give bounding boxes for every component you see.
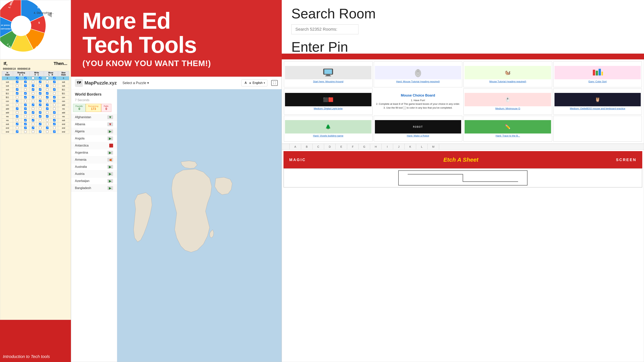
turing-checkbox[interactable] — [46, 96, 48, 98]
turing-checkbox[interactable] — [32, 130, 34, 133]
mouse-board-cell-mousing[interactable]: Start here: Mousing Around — [284, 61, 372, 87]
turing-checkbox[interactable] — [24, 88, 27, 91]
turing-checkbox[interactable] — [24, 130, 27, 133]
turing-checkbox[interactable] — [32, 123, 34, 125]
turing-checkbox[interactable] — [39, 104, 42, 106]
mouse-board-cell-trace[interactable]: ✏️ Hard: Trace to the B... — [464, 116, 552, 142]
turing-checkbox[interactable] — [53, 77, 56, 79]
turing-checkbox[interactable] — [53, 100, 56, 102]
mouse-board-cell-tutorial2[interactable]: 🐿️ Mouse Tutorial (reading required) — [464, 61, 552, 87]
list-item[interactable]: Bangladesh ▶ — [71, 185, 117, 192]
map-select-puzzle-button[interactable]: Select a Puzzle ▾ — [120, 80, 151, 86]
turing-checkbox[interactable] — [16, 111, 18, 114]
turing-checkbox[interactable] — [46, 111, 48, 114]
turing-checkbox[interactable] — [16, 115, 18, 118]
turing-checkbox[interactable] — [39, 111, 42, 114]
turing-checkbox[interactable] — [39, 123, 42, 125]
turing-checkbox[interactable] — [24, 77, 27, 79]
list-item[interactable]: Argentina ▶ — [71, 149, 117, 156]
list-item[interactable]: Austria ▶ — [71, 170, 117, 178]
mouse-board-cell-robot[interactable]: ROBOT Hard: Make a Robot — [374, 116, 462, 142]
turing-checkbox[interactable] — [16, 88, 18, 91]
mouse-board-cell-tutorial1[interactable]: Hard: Mouse Tutorial (reading required) — [374, 61, 462, 87]
turing-checkbox[interactable] — [16, 127, 18, 129]
turing-checkbox[interactable] — [46, 127, 48, 129]
turing-checkbox[interactable] — [46, 77, 48, 79]
turing-checkbox[interactable] — [16, 81, 18, 83]
turing-checkbox[interactable] — [46, 104, 48, 106]
turing-checkbox[interactable] — [24, 119, 27, 121]
turing-checkbox[interactable] — [32, 119, 34, 121]
turing-checkbox[interactable] — [39, 100, 42, 102]
turing-checkbox[interactable] — [53, 81, 56, 83]
turing-checkbox[interactable] — [32, 111, 34, 114]
turing-checkbox[interactable] — [32, 84, 34, 87]
list-item[interactable]: Afghanistan ▼ — [71, 114, 117, 121]
list-item[interactable]: Algeria ▶ — [71, 128, 117, 135]
search-room-input[interactable] — [291, 24, 358, 34]
turing-checkbox[interactable] — [39, 77, 42, 79]
turing-checkbox[interactable] — [24, 84, 27, 87]
turing-checkbox[interactable] — [39, 127, 42, 129]
turing-checkbox[interactable] — [39, 115, 42, 118]
turing-checkbox[interactable] — [46, 130, 48, 133]
turing-checkbox[interactable] — [16, 119, 18, 121]
turing-checkbox[interactable] — [32, 107, 34, 110]
list-item[interactable]: Azerbaijan ▶ — [71, 178, 117, 185]
turing-checkbox[interactable] — [16, 84, 18, 87]
turing-checkbox[interactable] — [16, 92, 18, 95]
turing-checkbox[interactable] — [46, 88, 48, 91]
turing-checkbox[interactable] — [32, 96, 34, 98]
turing-checkbox[interactable] — [53, 107, 56, 110]
turing-checkbox[interactable] — [53, 127, 56, 129]
turing-checkbox[interactable] — [32, 104, 34, 106]
turing-checkbox[interactable] — [32, 88, 34, 91]
turing-checkbox[interactable] — [53, 130, 56, 133]
turing-checkbox[interactable] — [39, 107, 42, 110]
turing-checkbox[interactable] — [24, 111, 27, 114]
turing-checkbox[interactable] — [32, 115, 34, 118]
list-item[interactable]: Australia ▶ — [71, 163, 117, 170]
turing-checkbox[interactable] — [16, 77, 18, 79]
turing-checkbox[interactable] — [24, 81, 27, 83]
turing-checkbox[interactable] — [46, 119, 48, 121]
turing-checkbox[interactable] — [46, 84, 48, 87]
turing-checkbox[interactable] — [39, 88, 42, 91]
turing-checkbox[interactable] — [53, 84, 56, 87]
turing-checkbox[interactable] — [32, 92, 34, 95]
mouse-board-cell-digital-light[interactable]: ⬛🟥 Medium: Digital Light-brite — [284, 88, 372, 114]
turing-checkbox[interactable] — [24, 96, 27, 98]
turing-checkbox[interactable] — [24, 92, 27, 95]
turing-checkbox[interactable] — [16, 123, 18, 125]
mouse-board-cell-minimouse[interactable]: 🖱️ Medium: Minimouse G — [464, 88, 552, 114]
turing-checkbox[interactable] — [53, 123, 56, 125]
list-item[interactable]: Antarctica — [71, 142, 117, 149]
turing-checkbox[interactable] — [46, 115, 48, 118]
turing-checkbox[interactable] — [24, 104, 27, 106]
turing-checkbox[interactable] — [39, 119, 42, 121]
turing-checkbox[interactable] — [32, 127, 34, 129]
turing-checkbox[interactable] — [39, 81, 42, 83]
map-language-button[interactable]: A ★ English ▾ — [241, 79, 268, 86]
turing-checkbox[interactable] — [24, 100, 27, 102]
turing-checkbox[interactable] — [46, 107, 48, 110]
turing-checkbox[interactable] — [53, 119, 56, 121]
turing-checkbox[interactable] — [32, 77, 34, 79]
turing-checkbox[interactable] — [53, 96, 56, 98]
turing-checkbox[interactable] — [24, 127, 27, 129]
turing-checkbox[interactable] — [53, 111, 56, 114]
turing-checkbox[interactable] — [39, 130, 42, 133]
turing-checkbox[interactable] — [53, 104, 56, 106]
turing-checkbox[interactable] — [16, 104, 18, 106]
turing-checkbox[interactable] — [32, 81, 34, 83]
turing-checkbox[interactable] — [46, 100, 48, 102]
turing-checkbox[interactable] — [24, 115, 27, 118]
mouse-board-cell-owlieboo[interactable]: 🦉 Medium: OwlieBOO mouse and keyboard pr… — [553, 88, 642, 114]
turing-checkbox[interactable] — [53, 88, 56, 91]
turing-checkbox[interactable] — [53, 92, 56, 95]
turing-checkbox[interactable] — [24, 123, 27, 125]
list-item[interactable]: Armenia ◀ — [71, 156, 117, 163]
mouse-board-cell-colorsort[interactable]: Easy: Color Sort — [553, 61, 642, 87]
turing-checkbox[interactable] — [53, 115, 56, 118]
map-main-area[interactable] — [117, 89, 282, 362]
